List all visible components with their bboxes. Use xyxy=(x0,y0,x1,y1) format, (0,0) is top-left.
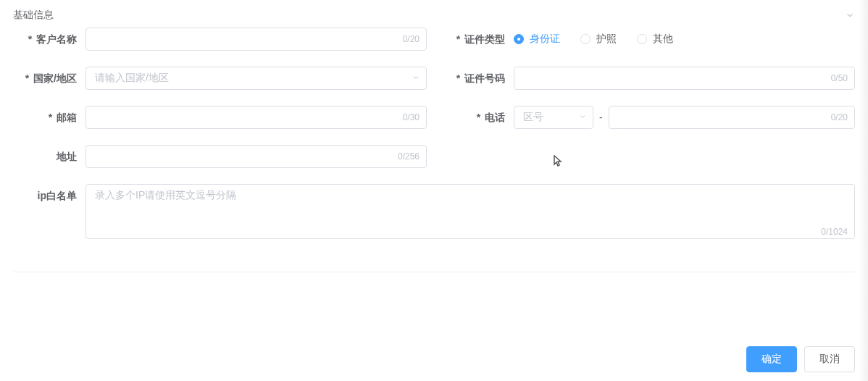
radio-circle-icon xyxy=(514,34,524,44)
chevron-down-icon xyxy=(578,112,587,123)
cancel-button[interactable]: 取消 xyxy=(804,346,855,372)
id-type-radio-group: 身份证 护照 其他 xyxy=(514,28,855,51)
country-placeholder: 请输入国家/地区 xyxy=(95,72,169,85)
area-code-placeholder: 区号 xyxy=(523,111,543,124)
radio-circle-icon xyxy=(580,34,591,44)
phone-input[interactable] xyxy=(609,106,855,129)
phone-separator: - xyxy=(599,112,603,123)
section-title: 基础信息 xyxy=(13,9,54,22)
customer-name-label: 客户名称 xyxy=(13,28,85,51)
id-number-input[interactable] xyxy=(514,67,855,90)
area-code-select[interactable]: 区号 xyxy=(514,106,593,129)
collapse-icon[interactable] xyxy=(845,10,855,20)
email-input[interactable] xyxy=(85,106,427,129)
chevron-down-icon xyxy=(412,72,420,84)
radio-id-card[interactable]: 身份证 xyxy=(514,33,560,46)
address-label: 地址 xyxy=(13,145,85,168)
id-type-label: 证件类型 xyxy=(441,28,514,51)
radio-id-card-label: 身份证 xyxy=(530,33,560,46)
radio-passport[interactable]: 护照 xyxy=(580,33,617,46)
address-input[interactable] xyxy=(85,145,427,168)
divider xyxy=(13,272,855,272)
radio-passport-label: 护照 xyxy=(596,33,617,46)
radio-other-label: 其他 xyxy=(653,33,673,46)
country-label: 国家/地区 xyxy=(13,67,85,90)
id-number-label: 证件号码 xyxy=(441,67,514,90)
customer-name-input[interactable] xyxy=(85,28,427,51)
radio-other[interactable]: 其他 xyxy=(637,33,673,46)
country-select[interactable]: 请输入国家/地区 xyxy=(85,67,427,90)
email-label: 邮箱 xyxy=(13,106,85,129)
ip-whitelist-textarea[interactable] xyxy=(85,184,855,239)
radio-circle-icon xyxy=(637,34,647,44)
ip-whitelist-label: ip白名单 xyxy=(13,184,85,207)
phone-label: 电话 xyxy=(441,106,514,129)
confirm-button[interactable]: 确定 xyxy=(746,346,797,372)
